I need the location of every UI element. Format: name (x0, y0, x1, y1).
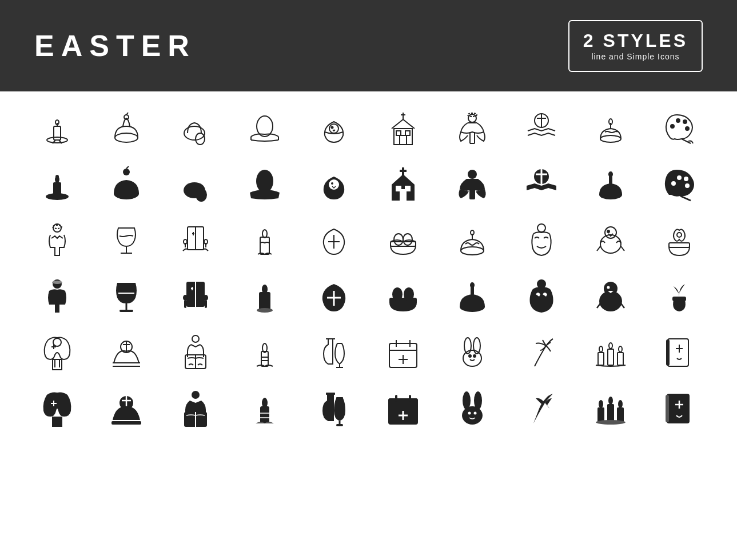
svg-point-206 (596, 420, 626, 425)
svg-point-159 (473, 355, 476, 357)
chick-egg-filled (302, 159, 365, 210)
chick-outline (579, 215, 642, 266)
svg-rect-162 (608, 349, 613, 365)
svg-point-119 (470, 282, 475, 288)
svg-rect-107 (184, 300, 186, 308)
svg-rect-171 (52, 417, 62, 427)
bishop-filled (95, 383, 158, 434)
lit-candle-outline (233, 327, 296, 378)
svg-rect-208 (666, 395, 669, 422)
nun-outline (26, 327, 89, 378)
svg-point-33 (671, 125, 674, 128)
svg-point-127 (53, 338, 61, 346)
svg-rect-19 (400, 135, 407, 145)
icon-row-2-filled (23, 271, 714, 322)
svg-point-14 (329, 124, 338, 133)
wine-bottle-glass-filled (302, 383, 365, 434)
svg-rect-52 (405, 186, 411, 191)
svg-point-43 (123, 169, 130, 175)
calendar-cross-outline (372, 327, 435, 378)
svg-point-105 (183, 295, 188, 301)
praying-person-filled (26, 271, 89, 322)
icon-row-3-outline (23, 327, 714, 378)
svg-rect-128 (53, 359, 62, 370)
svg-point-138 (192, 335, 199, 342)
svg-point-87 (461, 247, 484, 255)
candle-outline (233, 215, 296, 266)
svg-point-205 (618, 400, 623, 408)
icon-row-1-outline (23, 103, 714, 154)
svg-rect-54 (400, 170, 407, 172)
svg-point-199 (473, 412, 476, 415)
svg-point-46 (196, 188, 207, 202)
angel-filled (441, 159, 504, 210)
svg-point-91 (600, 235, 621, 253)
svg-line-67 (680, 196, 691, 201)
svg-point-66 (685, 183, 690, 188)
icon-row-3-filled (23, 383, 714, 434)
svg-point-30 (600, 135, 621, 142)
paint-palette-outline (648, 103, 711, 154)
svg-point-63 (671, 181, 676, 186)
svg-rect-141 (261, 351, 268, 366)
svg-point-158 (469, 355, 471, 357)
svg-rect-21 (405, 131, 410, 135)
flower-basket-outline (648, 215, 711, 266)
mary-figure-outline (510, 215, 573, 266)
svg-rect-181 (260, 406, 269, 423)
svg-point-178 (192, 391, 200, 399)
angel-outline (441, 103, 504, 154)
lit-candle-filled (233, 383, 296, 434)
bible-hands-filled (164, 271, 227, 322)
svg-rect-80 (260, 237, 269, 254)
svg-rect-204 (617, 407, 624, 422)
svg-point-165 (619, 346, 622, 352)
bread-egg-filled (164, 159, 227, 210)
svg-point-163 (609, 343, 612, 349)
bishop-outline (95, 327, 158, 378)
svg-line-125 (621, 303, 624, 308)
svg-point-22 (468, 114, 476, 122)
palm-branch-filled (510, 383, 573, 434)
svg-point-47 (256, 170, 273, 193)
svg-line-8 (126, 113, 128, 115)
easter-cake-candle-outline (579, 103, 642, 154)
svg-rect-109 (259, 292, 270, 310)
svg-point-198 (468, 412, 471, 415)
nun-filled (26, 383, 89, 434)
svg-point-93 (607, 230, 609, 233)
svg-rect-191 (395, 395, 397, 402)
cross-banner-outline (510, 103, 573, 154)
chick-egg-outline (302, 103, 365, 154)
svg-point-123 (607, 286, 609, 289)
svg-rect-94 (669, 243, 690, 247)
chick-filled (579, 271, 642, 322)
mary-figure-filled (510, 271, 573, 322)
svg-point-196 (463, 391, 471, 410)
rabbit-filled (441, 383, 504, 434)
calendar-cross-filled (372, 383, 435, 434)
svg-point-203 (608, 397, 613, 405)
svg-point-106 (204, 295, 208, 301)
icons-area (0, 91, 737, 450)
svg-point-85 (394, 234, 403, 245)
svg-point-97 (52, 281, 62, 284)
icon-row-2-outline (23, 215, 714, 266)
cross-egg-filled (302, 271, 365, 322)
svg-point-6 (115, 133, 138, 142)
svg-point-111 (257, 308, 273, 313)
svg-point-35 (683, 120, 687, 123)
svg-rect-177 (111, 421, 141, 425)
preacher-pulpit-filled (164, 383, 227, 434)
svg-rect-108 (205, 300, 207, 308)
svg-point-182 (262, 398, 268, 408)
svg-point-15 (332, 127, 333, 129)
bread-egg-outline (164, 103, 227, 154)
svg-rect-200 (597, 407, 604, 422)
svg-point-55 (468, 170, 477, 179)
svg-point-64 (677, 175, 682, 180)
easter-cake-apple-outline (95, 103, 158, 154)
egg-hand-filled (233, 159, 296, 210)
svg-line-124 (597, 303, 600, 308)
bible-book-outline (648, 327, 711, 378)
